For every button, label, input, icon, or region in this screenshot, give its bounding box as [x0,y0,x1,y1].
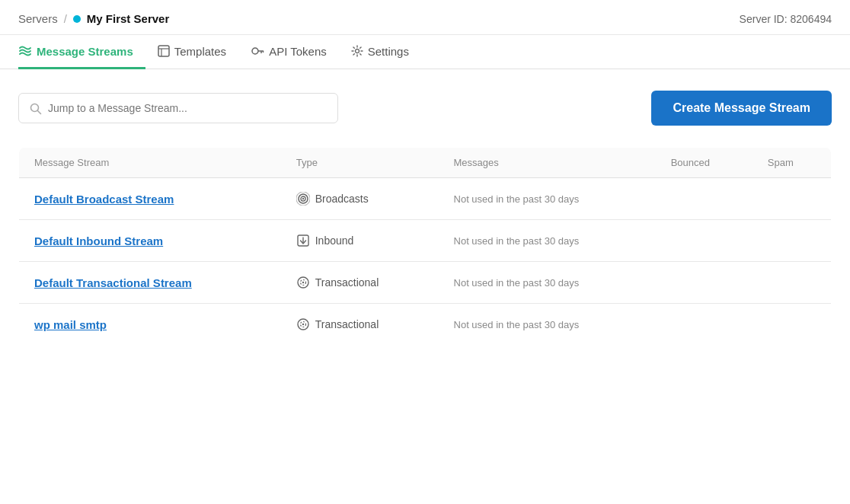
stream-name-link[interactable]: wp mail smtp [34,318,107,331]
key-icon [251,44,264,58]
tab-message-streams-label: Message Streams [37,45,133,58]
stream-messages-cell: Not used in the past 30 days [439,304,656,346]
transactional-icon [296,276,310,289]
search-box[interactable] [18,93,338,123]
type-label: Broadcasts [315,193,369,205]
gear-icon [351,45,363,57]
main-content: Create Message Stream Message Stream Typ… [0,69,850,367]
table-row: Default Transactional Stream Transaction… [19,262,832,304]
create-message-stream-button[interactable]: Create Message Stream [651,91,832,126]
type-label: Transactional [315,276,379,289]
type-label: Inbound [315,234,354,247]
streams-table: Message Stream Type Messages Bounced Spa… [18,147,832,346]
col-header-messages: Messages [439,148,656,178]
svg-point-11 [302,198,304,199]
col-header-type: Type [281,148,439,178]
table-row: wp mail smtp Transactional Not used in t… [19,304,832,346]
breadcrumb-servers-link[interactable]: Servers [18,12,58,25]
tab-templates-label: Templates [174,45,226,58]
table-header-row: Message Stream Type Messages Bounced Spa… [19,148,832,178]
svg-point-3 [252,48,258,54]
stream-bounced-cell [656,262,753,304]
table-row: Default Inbound Stream Inbound Not used … [19,220,832,262]
breadcrumb: Servers / My First Server [18,12,169,34]
nav-tabs: Message Streams Templates [0,35,850,69]
tab-templates[interactable]: Templates [145,36,238,69]
stream-type-cell: Transactional [281,304,439,346]
stream-type-cell: Broadcasts [281,178,439,220]
stream-bounced-cell [656,220,753,262]
streams-icon [18,44,32,58]
tab-message-streams[interactable]: Message Streams [18,35,145,69]
table-row: Default Broadcast Stream Broadcasts Not … [19,178,832,220]
stream-messages-cell: Not used in the past 30 days [439,178,656,220]
search-icon [30,101,42,114]
stream-type-cell: Inbound [281,220,439,262]
transactional-icon [296,317,310,331]
stream-spam-cell [753,304,832,346]
svg-point-16 [302,282,304,283]
search-input[interactable] [48,102,327,114]
stream-type-cell: Transactional [281,262,439,304]
stream-name-cell: Default Transactional Stream [19,262,281,304]
svg-point-19 [302,324,304,325]
tab-api-tokens[interactable]: API Tokens [238,35,339,69]
stream-spam-cell [753,178,832,220]
templates-icon [158,45,170,57]
stream-name-cell: Default Inbound Stream [19,220,281,262]
tab-api-tokens-label: API Tokens [269,45,327,58]
col-header-bounced: Bounced [656,148,753,178]
inbound-icon [296,234,310,247]
col-header-spam: Spam [753,148,832,178]
svg-point-7 [355,49,359,53]
stream-bounced-cell [656,304,753,346]
server-status-dot [73,15,81,23]
broadcasts-icon [296,192,310,206]
toolbar: Create Message Stream [18,91,832,126]
type-label: Transactional [315,318,379,330]
stream-name-cell: Default Broadcast Stream [19,178,281,220]
breadcrumb-separator: / [64,12,67,25]
stream-name-link[interactable]: Default Broadcast Stream [34,193,174,206]
stream-messages-cell: Not used in the past 30 days [439,220,656,262]
svg-line-9 [38,110,41,113]
server-id-label: Server ID: 8206494 [740,13,832,34]
breadcrumb-current-server: My First Server [87,12,169,25]
tab-settings-label: Settings [368,45,409,58]
stream-name-link[interactable]: Default Inbound Stream [34,234,163,247]
col-header-stream: Message Stream [19,148,281,178]
stream-spam-cell [753,220,832,262]
stream-spam-cell [753,262,832,304]
stream-bounced-cell [656,178,753,220]
tab-settings[interactable]: Settings [339,36,421,69]
stream-name-link[interactable]: Default Transactional Stream [34,276,192,289]
stream-name-cell: wp mail smtp [19,304,281,346]
stream-messages-cell: Not used in the past 30 days [439,262,656,304]
svg-rect-0 [158,46,169,56]
